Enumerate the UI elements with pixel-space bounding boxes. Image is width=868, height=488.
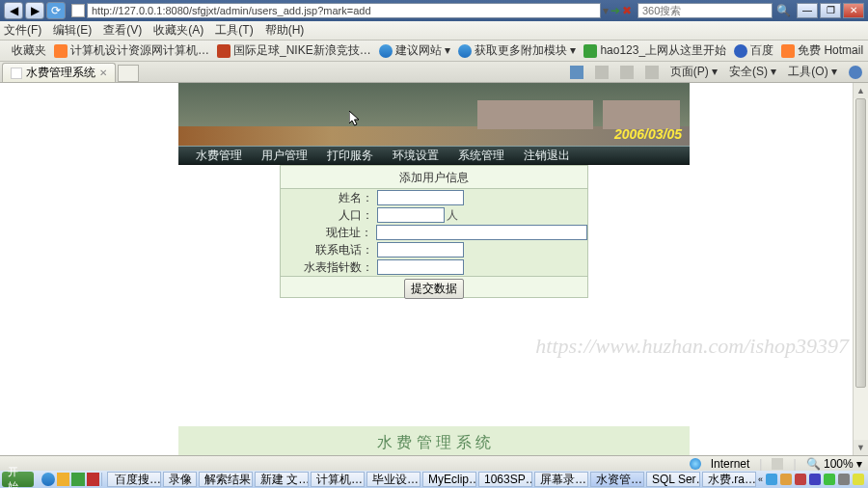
page-icon [71, 4, 85, 17]
tray-icon[interactable] [809, 474, 821, 485]
refresh-icon[interactable]: ⟳ [46, 2, 66, 19]
watermark-text: https://www.huzhan.com/ishop39397 [535, 334, 849, 359]
tray-icon[interactable] [795, 474, 806, 485]
scroll-thumb[interactable] [855, 98, 866, 388]
help-icon[interactable] [849, 66, 862, 79]
quicklaunch-icon[interactable] [57, 473, 69, 486]
label-pop: 人口： [281, 207, 377, 224]
nav-system[interactable]: 系统管理 [458, 148, 504, 164]
system-tray[interactable]: « [758, 474, 868, 485]
bookmark-item[interactable]: 获取更多附加模块 ▾ [458, 42, 576, 59]
forward-button[interactable]: ▶ [25, 2, 44, 19]
footer-title: 水 费 管 理 系 统 [178, 426, 690, 455]
task-item[interactable]: 屏幕录… [534, 472, 588, 487]
task-item[interactable]: MyEclip… [422, 472, 476, 487]
search-input[interactable] [637, 3, 773, 18]
tools-menu[interactable]: 工具(O) ▾ [788, 64, 837, 80]
task-item[interactable]: 解索结果 [199, 472, 253, 487]
address-input[interactable] [87, 3, 601, 18]
tray-icon[interactable] [853, 474, 864, 485]
task-item[interactable]: 毕业设… [366, 472, 420, 487]
bookmark-item[interactable]: hao123_上网从这里开始 [583, 42, 726, 59]
tray-icon[interactable] [838, 474, 850, 485]
feed-icon[interactable] [595, 66, 609, 79]
scroll-down-icon[interactable]: ▼ [854, 440, 868, 455]
bookmark-item[interactable]: 国际足球_NIKE新浪竞技… [217, 42, 371, 59]
input-phone[interactable] [377, 242, 464, 258]
home-icon[interactable] [570, 66, 583, 79]
bookmark-item[interactable]: 计算机设计资源网计算机… [54, 42, 209, 59]
favorites-label[interactable]: 收藏夹 [12, 42, 46, 59]
quicklaunch-icon[interactable] [87, 473, 99, 486]
bookmark-item[interactable]: 免费 Hotmail [781, 42, 863, 59]
internet-zone-icon [690, 458, 701, 470]
input-pop[interactable] [377, 207, 445, 223]
input-addr[interactable] [376, 225, 587, 240]
maximize-button[interactable]: ❐ [820, 3, 841, 18]
print-icon[interactable] [645, 66, 659, 79]
menu-edit[interactable]: 编辑(E) [53, 22, 92, 39]
tray-icon[interactable] [824, 474, 835, 485]
label-name: 姓名： [281, 190, 377, 206]
nav-logout[interactable]: 注销退出 [524, 148, 570, 164]
menu-tools[interactable]: 工具(T) [215, 22, 253, 39]
bookmark-icon [734, 44, 747, 58]
bookmark-item[interactable]: 百度 [734, 42, 773, 59]
tab-bar: 水费管理系统 ✕ 页面(P) ▾ 安全(S) ▾ 工具(O) ▾ [0, 62, 868, 83]
bookmark-icon [54, 44, 68, 58]
search-button-icon[interactable]: 🔍 [776, 4, 791, 17]
browser-titlebar: ◀ ▶ ⟳ ▾ ➔ ✖ 🔍 — ❐ ✕ [0, 0, 868, 21]
label-meter: 水表指针数： [281, 259, 377, 276]
bookmark-item[interactable]: 建议网站 ▾ [379, 42, 450, 59]
zoom-label[interactable]: 🔍 100% ▾ [806, 457, 862, 471]
task-item[interactable]: 新建 文… [255, 472, 309, 487]
mail-icon[interactable] [620, 66, 634, 79]
vertical-scrollbar[interactable]: ▲ ▼ [853, 83, 868, 455]
task-item[interactable]: 录像 [163, 472, 197, 487]
addr-dropdown-icon[interactable]: ▾ [603, 4, 609, 17]
input-meter[interactable] [377, 259, 464, 275]
tray-icon[interactable] [780, 474, 792, 485]
addr-stop-icon[interactable]: ✖ [622, 4, 632, 17]
tab-title: 水费管理系统 [26, 65, 95, 81]
quicklaunch-icon[interactable] [71, 473, 84, 486]
task-item[interactable]: 百度搜… [107, 472, 161, 487]
back-button[interactable]: ◀ [4, 2, 23, 19]
scroll-up-icon[interactable]: ▲ [854, 83, 868, 98]
task-item[interactable]: 计算机… [311, 472, 365, 487]
unit-pop: 人 [447, 207, 458, 224]
task-item[interactable]: 水资管… [590, 472, 644, 487]
windows-taskbar: 开始 百度搜… 录像 解索结果 新建 文… 计算机… 毕业设… MyEclip…… [0, 471, 868, 488]
label-phone: 联系电话： [281, 242, 377, 258]
page-menu[interactable]: 页面(P) ▾ [670, 64, 718, 80]
menu-view[interactable]: 查看(V) [103, 22, 142, 39]
task-item[interactable]: 1063SP… [478, 472, 532, 487]
tab-active[interactable]: 水费管理系统 ✕ [2, 63, 116, 82]
tray-icon[interactable] [766, 474, 777, 485]
menu-favorites[interactable]: 收藏夹(A) [153, 22, 203, 39]
bookmark-icon [379, 44, 393, 58]
close-button[interactable]: ✕ [843, 3, 864, 18]
tab-close-icon[interactable]: ✕ [99, 68, 107, 78]
nav-print[interactable]: 打印服务 [327, 148, 373, 164]
nav-fee[interactable]: 水费管理 [196, 148, 242, 164]
quicklaunch-icon[interactable] [41, 473, 54, 486]
start-button[interactable]: 开始 [2, 472, 34, 487]
task-item[interactable]: 水费.ra… [702, 472, 756, 487]
addr-go-icon[interactable]: ➔ [610, 4, 620, 17]
nav-env[interactable]: 环境设置 [393, 148, 439, 164]
tray-expand-icon[interactable]: « [758, 474, 763, 484]
minimize-button[interactable]: — [797, 3, 818, 18]
submit-button[interactable]: 提交数据 [404, 279, 464, 299]
safety-menu[interactable]: 安全(S) ▾ [729, 64, 776, 80]
nav-user[interactable]: 用户管理 [261, 148, 308, 164]
form-title: 添加用户信息 [281, 166, 587, 189]
banner-date: 2006/03/05 [614, 126, 682, 142]
task-item[interactable]: SQL Ser… [646, 472, 700, 487]
menu-file[interactable]: 文件(F) [4, 22, 41, 39]
input-name[interactable] [377, 190, 464, 205]
new-tab-button[interactable] [118, 65, 139, 82]
tab-favicon-icon [11, 68, 22, 79]
bookmark-icon [583, 44, 597, 58]
menu-help[interactable]: 帮助(H) [265, 22, 305, 39]
